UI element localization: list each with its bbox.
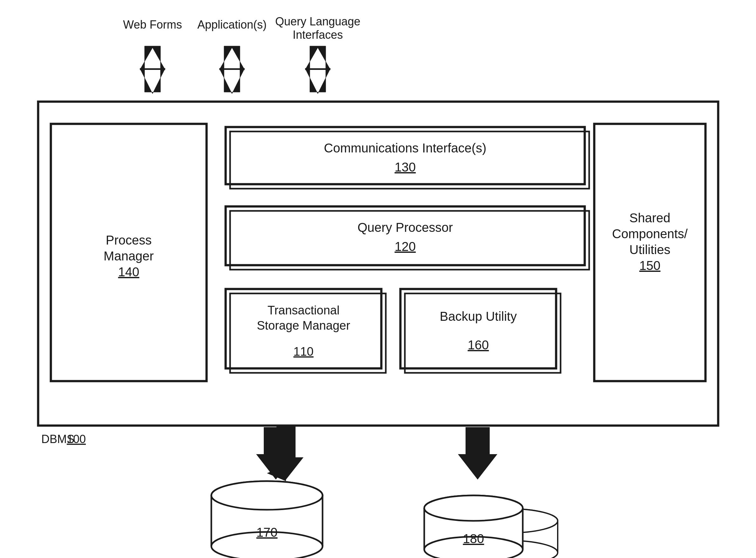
svg-text:DBMS: DBMS: [41, 433, 74, 446]
svg-point-59: [459, 540, 558, 558]
svg-rect-8: [145, 68, 161, 70]
svg-rect-56: [459, 521, 558, 553]
svg-rect-40: [400, 289, 556, 369]
svg-text:Manager: Manager: [104, 249, 154, 263]
svg-rect-28: [230, 131, 589, 189]
svg-rect-35: [226, 289, 381, 369]
svg-marker-13: [305, 68, 331, 94]
svg-text:180: 180: [463, 532, 484, 546]
svg-marker-12: [305, 46, 331, 70]
svg-point-53: [211, 481, 322, 510]
svg-text:Query Processor: Query Processor: [358, 221, 453, 234]
svg-point-66: [424, 496, 523, 521]
svg-point-65: [424, 537, 523, 558]
svg-text:Shared: Shared: [630, 211, 670, 225]
svg-text:Web Forms: Web Forms: [123, 18, 182, 31]
svg-point-55: [459, 509, 558, 533]
svg-rect-15: [38, 102, 718, 426]
svg-marker-45: [267, 465, 286, 481]
svg-text:130: 130: [395, 160, 416, 174]
svg-text:160: 160: [468, 338, 489, 352]
svg-text:Communications Interface(s): Communications Interface(s): [324, 141, 486, 155]
svg-point-61: [424, 496, 523, 521]
svg-text:100: 100: [67, 433, 86, 446]
svg-text:140: 140: [118, 265, 140, 279]
svg-text:Process: Process: [106, 233, 152, 247]
svg-point-52: [211, 532, 322, 558]
svg-point-60: [459, 509, 558, 533]
svg-text:Application(s): Application(s): [197, 18, 267, 31]
svg-text:110: 110: [293, 345, 313, 358]
svg-rect-32: [230, 211, 589, 270]
svg-marker-9: [219, 46, 245, 70]
svg-marker-7: [140, 68, 165, 94]
svg-marker-46: [256, 427, 295, 480]
svg-text:Interfaces: Interfaces: [293, 28, 343, 41]
svg-text:120: 120: [395, 239, 416, 253]
svg-rect-27: [226, 127, 585, 184]
svg-point-48: [211, 481, 322, 510]
svg-rect-31: [226, 206, 585, 265]
architecture-diagram: Web Forms Application(s) Query Language …: [0, 0, 756, 558]
diagram-container: Web Forms Application(s) Query Language …: [0, 0, 756, 558]
svg-text:Transactional: Transactional: [268, 304, 340, 317]
svg-rect-11: [224, 68, 240, 70]
svg-rect-36: [230, 294, 386, 373]
svg-text:Utilities: Utilities: [630, 243, 670, 257]
svg-text:Backup Utility: Backup Utility: [440, 309, 517, 323]
svg-rect-62: [424, 508, 523, 550]
svg-marker-10: [219, 68, 245, 94]
svg-rect-18: [51, 124, 206, 381]
svg-rect-49: [211, 496, 322, 546]
svg-rect-41: [405, 294, 561, 373]
svg-text:Storage Manager: Storage Manager: [257, 319, 350, 332]
svg-marker-6: [140, 46, 165, 70]
svg-text:Components/: Components/: [612, 227, 688, 241]
svg-marker-44: [269, 426, 303, 480]
svg-text:Query Language: Query Language: [275, 15, 360, 28]
svg-rect-22: [594, 124, 705, 381]
svg-marker-47: [458, 427, 497, 480]
svg-rect-14: [310, 68, 326, 70]
svg-text:150: 150: [639, 258, 661, 273]
svg-text:170: 170: [257, 525, 278, 539]
